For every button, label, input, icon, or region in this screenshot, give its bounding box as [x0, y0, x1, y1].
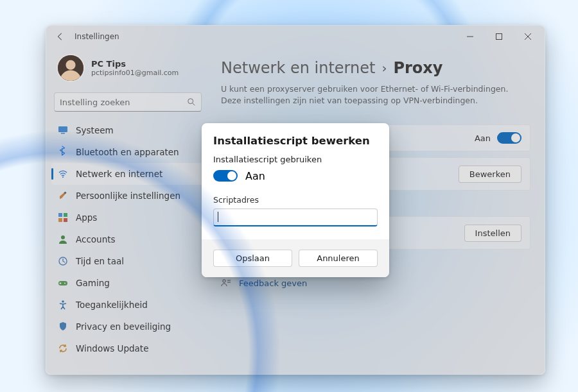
shield-icon	[58, 321, 68, 332]
svg-rect-3	[61, 133, 65, 134]
sidebar-item-label: Privacy en beveiliging	[76, 321, 171, 332]
cancel-button[interactable]: Annuleren	[299, 250, 378, 267]
sidebar-item-toegankelijk[interactable]: Toegankelijkheid	[51, 294, 204, 316]
svg-point-4	[62, 176, 64, 178]
update-icon	[58, 343, 68, 354]
sidebar-item-label: Netwerk en internet	[76, 169, 162, 179]
svg-rect-7	[64, 213, 67, 217]
svg-rect-8	[58, 218, 62, 222]
person-icon	[58, 234, 68, 244]
gamepad-icon	[58, 278, 68, 288]
sidebar-item-label: Toegankelijkheid	[76, 300, 148, 310]
svg-point-17	[227, 262, 228, 264]
feedback-icon	[221, 278, 231, 288]
desktop-wallpaper: Instellingen PC Tips pctipsinfo01@gmail.…	[0, 0, 578, 392]
svg-rect-6	[58, 213, 62, 217]
sidebar-item-gaming[interactable]: Gaming	[51, 272, 204, 294]
sidebar-item-label: Persoonlijke instellingen	[76, 191, 180, 201]
sidebar-item-label: Apps	[76, 212, 97, 223]
svg-point-18	[223, 280, 225, 282]
sidebar-item-label: Windows Update	[76, 343, 148, 354]
svg-rect-9	[64, 218, 67, 222]
text-caret	[218, 212, 218, 222]
toggle-use-script[interactable]	[213, 170, 238, 182]
settings-window: Instellingen PC Tips pctipsinfo01@gmail.…	[46, 25, 545, 375]
svg-point-15	[222, 260, 230, 268]
svg-rect-5	[64, 191, 66, 194]
help-icon	[221, 259, 231, 269]
svg-point-13	[64, 283, 66, 284]
dialog-title: Installatiescript bewerken	[213, 135, 378, 147]
sidebar-item-tijd[interactable]: Tijd en taal	[51, 250, 204, 272]
sidebar-item-label: Accounts	[76, 234, 116, 244]
sidebar-item-privacy[interactable]: Privacy en beveiliging	[51, 316, 204, 337]
sidebar-item-label: Gaming	[76, 278, 110, 288]
sidebar-item-label: Tijd en taal	[76, 256, 124, 266]
svg-point-16	[224, 262, 225, 264]
svg-rect-12	[58, 281, 67, 285]
grid-icon	[58, 212, 68, 223]
script-address-input[interactable]	[213, 209, 378, 226]
accessibility-icon	[58, 300, 68, 310]
sidebar-item-apps[interactable]: Apps	[51, 207, 204, 228]
clock-icon	[58, 256, 68, 266]
svg-point-14	[62, 300, 64, 303]
script-address-label: Scriptadres	[213, 195, 378, 205]
save-button[interactable]: Opslaan	[213, 250, 292, 267]
wifi-icon	[58, 169, 68, 179]
sidebar-item-persoonlijk[interactable]: Persoonlijke instellingen	[51, 185, 204, 207]
sidebar-item-update[interactable]: Windows Update	[51, 337, 204, 359]
sidebar-item-accounts[interactable]: Accounts	[51, 228, 204, 250]
bluetooth-icon	[58, 147, 68, 157]
toggle-use-script-state: Aan	[245, 170, 265, 182]
svg-point-10	[61, 235, 65, 239]
edit-script-dialog: Installatiescript bewerken Installatiesc…	[202, 123, 389, 277]
svg-point-11	[59, 257, 67, 265]
sidebar-item-netwerk[interactable]: Netwerk en internet	[51, 163, 204, 185]
use-script-label: Installatiescript gebruiken	[213, 155, 378, 164]
brush-icon	[58, 191, 68, 201]
